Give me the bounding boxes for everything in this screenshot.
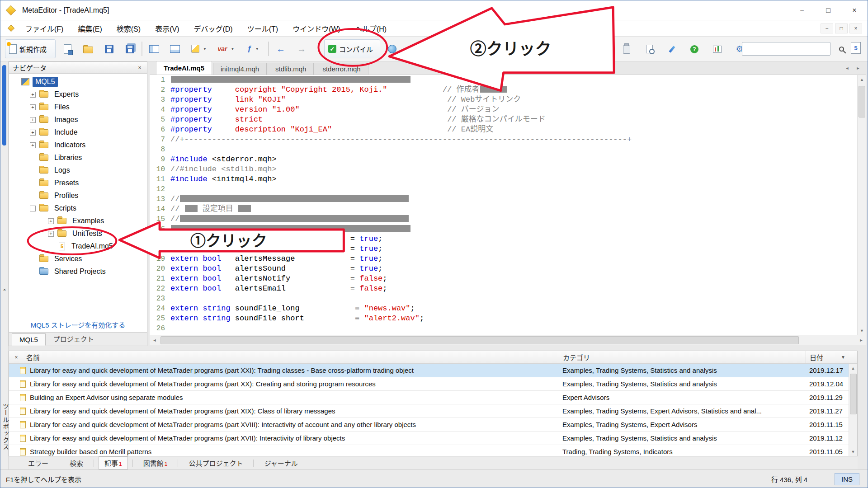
search-in-files-button[interactable]	[640, 40, 658, 59]
expand-icon[interactable]: +	[30, 104, 36, 110]
menu-edit[interactable]: 編集(E)	[71, 20, 109, 36]
article-row[interactable]: Strategy builder based on Merill pattern…	[9, 445, 857, 456]
styler-button[interactable]: ▼	[187, 39, 211, 58]
editor-tab-tradeai-mq5[interactable]: TradeAI.mq5	[156, 61, 212, 75]
tree-item-services[interactable]: Services	[9, 253, 147, 265]
vertical-scroll-thumb[interactable]	[859, 86, 865, 117]
navigate-forward-button[interactable]: →	[292, 39, 311, 58]
menu-file[interactable]: ファイル(F)	[18, 20, 71, 36]
tree-item-examples[interactable]: +Examples	[9, 215, 147, 227]
search-input[interactable]	[742, 42, 830, 56]
editor-tab-stdlib-mqh[interactable]: stdlib.mqh	[268, 63, 314, 75]
menu-view[interactable]: 表示(V)	[148, 20, 186, 36]
tree-item-files[interactable]: +Files	[9, 101, 147, 113]
tree-item-scripts[interactable]: -Scripts	[9, 202, 147, 215]
compile-button[interactable]: ✓ コンパイル	[324, 39, 380, 58]
clipboard-button[interactable]	[618, 40, 636, 59]
toolbox-vertical-scrollbar[interactable]: ▲ ▼	[849, 364, 857, 456]
column-header-category[interactable]: カテゴリ	[559, 351, 806, 363]
check-help-button[interactable]: ?	[685, 40, 703, 59]
maximize-button[interactable]: □	[815, 0, 841, 20]
editor-horizontal-scrollbar[interactable]: ◄ ►	[150, 335, 866, 345]
tab-next-button[interactable]: ►	[854, 64, 862, 72]
article-row[interactable]: Library for easy and quick development o…	[9, 404, 857, 418]
tree-item-profiles[interactable]: Profiles	[9, 189, 147, 202]
expand-icon[interactable]: +	[48, 218, 54, 224]
open-terminal-button[interactable]	[708, 40, 726, 59]
tree-item-include[interactable]: +Include	[9, 126, 147, 139]
toolbox-tab-journal[interactable]: ジャーナル	[258, 456, 303, 469]
scroll-down-icon[interactable]: ▼	[858, 326, 866, 335]
editor-vertical-scrollbar[interactable]: ▲ ▼	[857, 75, 866, 335]
tree-item-images[interactable]: +Images	[9, 113, 147, 126]
tree-item-logs[interactable]: Logs	[9, 164, 147, 177]
insert-variable-button[interactable]: var ▼	[214, 39, 238, 58]
expand-icon[interactable]: +	[30, 117, 36, 123]
article-row[interactable]: Library for easy and quick development o…	[9, 418, 857, 432]
code-editor[interactable]: 12#property copyright "Copyright 2015, K…	[150, 75, 857, 335]
insert-function-button[interactable]: ƒ ▼	[241, 39, 265, 58]
scroll-down-icon[interactable]: ▼	[849, 447, 857, 456]
navigator-tab-project[interactable]: プロジェクト	[46, 332, 102, 346]
mdi-minimize-button[interactable]: −	[821, 23, 833, 33]
tab-prev-button[interactable]: ◄	[843, 64, 851, 72]
horizontal-scroll-thumb[interactable]	[160, 336, 799, 344]
mql5-website-button[interactable]	[383, 39, 401, 58]
tree-item-mql5[interactable]: MQL5	[9, 75, 147, 88]
toolbox-tab-library[interactable]: 図書館1	[137, 456, 174, 469]
toggle-toolbox-button[interactable]	[166, 39, 184, 58]
article-row[interactable]: Library for easy and quick development o…	[9, 377, 857, 391]
minimize-button[interactable]: −	[789, 0, 815, 20]
search-go-button[interactable]	[834, 41, 849, 56]
navigate-back-button[interactable]: ←	[272, 39, 290, 58]
collapse-icon[interactable]: -	[30, 206, 36, 211]
tree-item-libraries[interactable]: Libraries	[9, 151, 147, 164]
scroll-up-icon[interactable]: ▲	[849, 364, 857, 372]
highlight-button[interactable]	[663, 40, 681, 59]
article-row[interactable]: Library for easy and quick development o…	[9, 432, 857, 445]
menu-debug[interactable]: デバッグ(D)	[186, 20, 240, 36]
tree-item-tradeai-mq5[interactable]: TradeAI.mq5	[9, 240, 147, 253]
menu-help[interactable]: ヘルプ(H)	[348, 20, 394, 36]
new-file-button[interactable]: 新規作成	[5, 39, 56, 58]
open-button[interactable]	[79, 39, 97, 58]
enable-storage-link[interactable]: MQL5 ストレージを有効化する	[9, 320, 147, 329]
expand-icon[interactable]: +	[30, 92, 36, 98]
menu-search[interactable]: 検索(S)	[109, 20, 148, 36]
save-button[interactable]	[100, 39, 118, 58]
tree-item-indicators[interactable]: +Indicators	[9, 139, 147, 151]
new-project-button[interactable]	[58, 39, 76, 58]
expand-icon[interactable]: +	[48, 231, 54, 237]
toolbox-tab-errors[interactable]: エラー	[22, 456, 54, 469]
menu-tools[interactable]: ツール(T)	[240, 20, 285, 36]
close-button[interactable]: ×	[841, 0, 868, 20]
mql5-community-button[interactable]: 5	[851, 42, 861, 54]
scroll-right-icon[interactable]: ►	[856, 335, 866, 345]
dock-close-button[interactable]: ×	[1, 286, 8, 293]
column-header-date[interactable]: 日付 ▼	[806, 351, 857, 363]
toolbox-scroll-thumb[interactable]	[850, 374, 857, 414]
expand-icon[interactable]: +	[30, 142, 36, 148]
expand-icon[interactable]: +	[30, 130, 36, 136]
editor-tab-initmql4-mqh[interactable]: initmql4.mqh	[213, 63, 267, 75]
navigator-tab-mql5[interactable]: MQL5	[12, 333, 46, 346]
toggle-navigator-button[interactable]	[145, 39, 163, 58]
mdi-restore-button[interactable]: □	[835, 23, 848, 33]
tree-item-unittests[interactable]: +UnitTests	[9, 227, 147, 240]
toolbox-tab-search[interactable]: 検索	[64, 456, 89, 469]
toolbox-tab-articles[interactable]: 記事1	[99, 456, 128, 469]
column-header-name[interactable]: × 名前	[9, 351, 559, 363]
tree-item-experts[interactable]: +Experts	[9, 88, 147, 101]
article-row[interactable]: Library for easy and quick development o…	[9, 364, 857, 377]
scroll-left-icon[interactable]: ◄	[150, 335, 160, 345]
article-row[interactable]: Building an Expert Advisor using separat…	[9, 391, 857, 404]
tree-item-presets[interactable]: Presets	[9, 177, 147, 189]
menu-window[interactable]: ウインドウ(W)	[285, 20, 348, 36]
save-all-button[interactable]	[121, 39, 139, 58]
toolbox-close-button[interactable]: ×	[13, 354, 20, 361]
toolbox-tab-public-projects[interactable]: 公共プロジェクト	[183, 456, 249, 469]
navigator-close-button[interactable]: ×	[136, 65, 143, 71]
mdi-close-button[interactable]: ×	[849, 23, 862, 33]
tree-item-shared-projects[interactable]: Shared Projects	[9, 265, 147, 278]
scroll-up-icon[interactable]: ▲	[858, 75, 866, 84]
